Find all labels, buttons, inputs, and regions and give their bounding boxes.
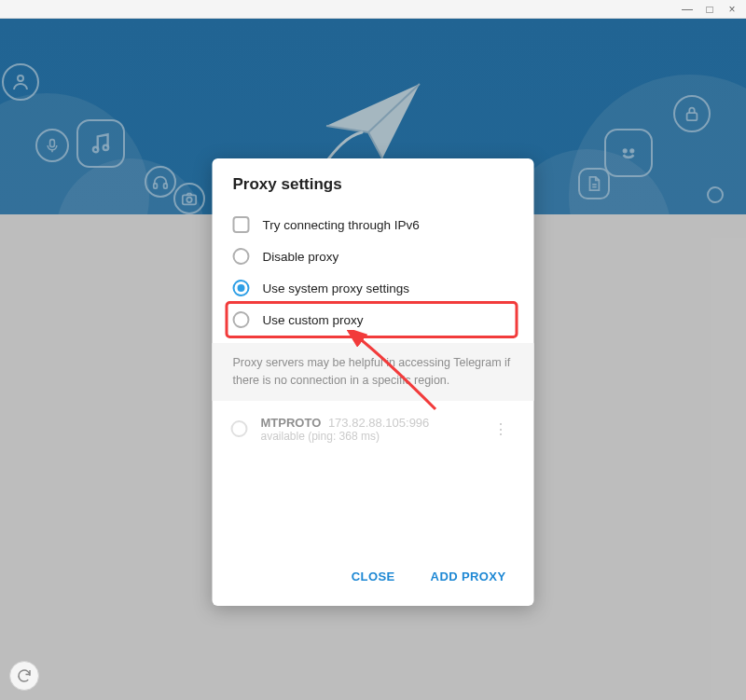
dialog-footer: CLOSE ADD PROXY xyxy=(213,551,534,606)
option-disable-proxy[interactable]: Disable proxy xyxy=(231,240,516,272)
proxy-list: MTPROTO 173.82.88.105:996 available (pin… xyxy=(213,401,534,552)
proxy-address: 173.82.88.105:996 xyxy=(328,416,429,430)
proxy-item-text: MTPROTO 173.82.88.105:996 available (pin… xyxy=(261,416,473,443)
proxy-hint: Proxy servers may be helpful in accessin… xyxy=(213,343,534,401)
proxy-protocol: MTPROTO xyxy=(261,416,322,430)
update-button[interactable] xyxy=(9,661,39,691)
window-minimize-button[interactable]: — xyxy=(681,3,694,16)
radio-icon xyxy=(231,420,248,437)
app-root: Proxy settings Try connecting through IP… xyxy=(0,19,746,700)
proxy-item[interactable]: MTPROTO 173.82.88.105:996 available (pin… xyxy=(231,416,516,443)
option-ipv6[interactable]: Try connecting through IPv6 xyxy=(231,209,516,240)
close-button[interactable]: CLOSE xyxy=(340,564,407,589)
proxy-options: Try connecting through IPv6 Disable prox… xyxy=(213,205,534,343)
radio-icon xyxy=(233,311,250,328)
add-proxy-button[interactable]: ADD PROXY xyxy=(420,564,518,589)
option-system-proxy[interactable]: Use system proxy settings xyxy=(231,272,516,304)
proxy-settings-dialog: Proxy settings Try connecting through IP… xyxy=(213,158,534,606)
dialog-title: Proxy settings xyxy=(213,158,534,205)
radio-icon xyxy=(233,280,250,296)
option-label: Disable proxy xyxy=(263,250,339,264)
option-label: Try connecting through IPv6 xyxy=(263,218,420,232)
proxy-status: available (ping: 368 ms) xyxy=(261,430,473,443)
option-label: Use system proxy settings xyxy=(263,281,410,295)
refresh-icon xyxy=(16,667,33,684)
window-close-button[interactable]: × xyxy=(725,3,739,16)
radio-icon xyxy=(233,248,250,265)
window-maximize-button[interactable]: □ xyxy=(703,3,716,16)
kebab-menu-icon[interactable]: ⋮ xyxy=(486,417,516,442)
checkbox-icon xyxy=(233,216,250,233)
option-custom-proxy[interactable]: Use custom proxy xyxy=(228,304,516,336)
window-titlebar: — □ × xyxy=(0,0,746,19)
option-label: Use custom proxy xyxy=(263,313,364,327)
